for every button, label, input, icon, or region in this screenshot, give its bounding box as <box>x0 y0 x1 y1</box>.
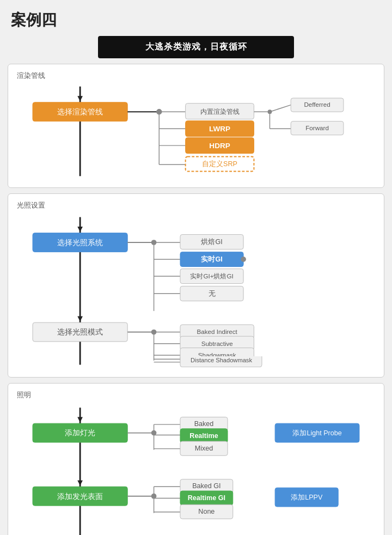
illumination-diagram: 添加灯光 Baked Realtime Mixed 添加Light Probe <box>17 404 375 535</box>
svg-text:实时GI: 实时GI <box>200 255 222 263</box>
svg-text:添加灯光: 添加灯光 <box>65 429 95 437</box>
svg-text:选择光照模式: 选择光照模式 <box>57 328 103 336</box>
svg-marker-1 <box>77 96 83 101</box>
svg-text:烘焙GI: 烘焙GI <box>201 238 222 246</box>
svg-text:HDRP: HDRP <box>209 142 230 150</box>
svg-marker-70 <box>77 417 83 423</box>
svg-text:选择渲染管线: 选择渲染管线 <box>57 108 103 116</box>
svg-text:Realtime: Realtime <box>189 432 218 440</box>
svg-text:添加LPPV: 添加LPPV <box>291 494 323 501</box>
svg-text:Subtractive: Subtractive <box>201 340 233 347</box>
lighting-settings-section: 光照设置 选择光照系统 烘焙GI 实时GI <box>8 193 384 378</box>
svg-marker-29 <box>77 227 83 232</box>
svg-text:None: None <box>198 508 215 515</box>
lighting-settings-diagram2: Distance Shadowmask <box>17 356 375 367</box>
svg-text:添加发光表面: 添加发光表面 <box>57 493 103 501</box>
render-pipeline-label: 渲染管线 <box>17 71 375 81</box>
svg-text:Mixed: Mixed <box>195 445 213 452</box>
render-pipeline-diagram: 选择渲染管线 内置渲染管线 Defferred Forward LWRP <box>17 85 375 178</box>
svg-text:LWRP: LWRP <box>209 125 230 133</box>
svg-text:实时GI+烘焙GI: 实时GI+烘焙GI <box>190 272 233 279</box>
svg-text:Realtime GI: Realtime GI <box>188 494 225 502</box>
svg-line-13 <box>270 105 291 112</box>
svg-point-41 <box>241 257 246 262</box>
render-pipeline-section: 渲染管线 选择渲染管线 内置渲染管线 Deff <box>8 64 384 188</box>
svg-text:内置渲染管线: 内置渲染管线 <box>200 108 240 115</box>
svg-text:Baked Indirect: Baked Indirect <box>197 328 238 335</box>
lighting-settings-diagram: 选择光照系统 烘焙GI 实时GI 实时GI+烘焙GI 无 <box>17 215 375 367</box>
svg-marker-48 <box>77 316 83 321</box>
illumination-section: 照明 添加灯光 Baked Realtime Mixed <box>8 383 384 535</box>
lighting-settings-label: 光照设置 <box>17 200 375 210</box>
svg-text:Defferred: Defferred <box>304 101 330 108</box>
svg-text:Baked: Baked <box>194 420 214 428</box>
svg-text:Distance Shadowmask: Distance Shadowmask <box>191 357 252 363</box>
illumination-label: 照明 <box>17 390 375 400</box>
svg-text:选择光照系统: 选择光照系统 <box>57 239 103 247</box>
svg-marker-87 <box>77 481 83 486</box>
svg-text:自定义SRP: 自定义SRP <box>202 160 237 168</box>
svg-text:Forward: Forward <box>305 124 329 131</box>
top-bar: 大逃杀类游戏，日夜循环 <box>98 36 294 58</box>
svg-text:Baked GI: Baked GI <box>192 482 220 490</box>
svg-text:添加Light Probe: 添加Light Probe <box>292 429 341 437</box>
page-title: 案例四 <box>0 0 392 36</box>
svg-text:无: 无 <box>209 290 216 297</box>
